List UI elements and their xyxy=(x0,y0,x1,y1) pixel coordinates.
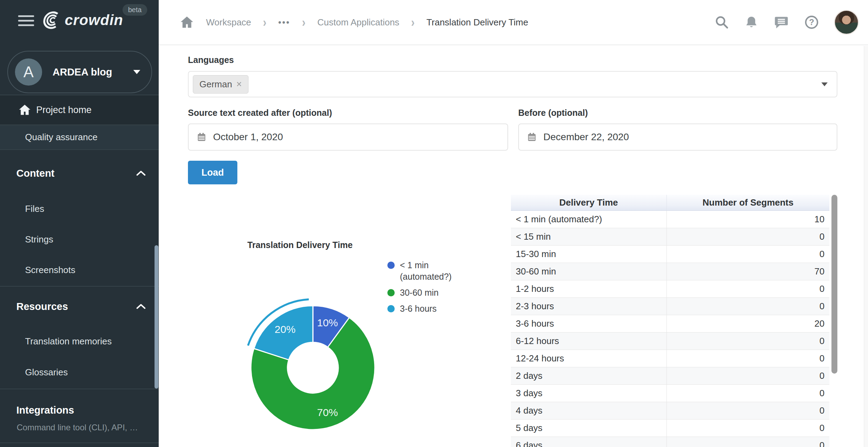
legend-item[interactable]: 30-60 min xyxy=(387,287,452,298)
date-after-label: Source text created after (optional) xyxy=(188,108,332,118)
cell-delivery-time: 1-2 hours xyxy=(511,280,666,297)
legend-item[interactable]: 3-6 hours xyxy=(387,303,452,314)
cell-number-of-segments: 0 xyxy=(666,297,829,315)
project-name: ARDEA blog xyxy=(53,66,133,78)
sidebar-section-content[interactable]: Content xyxy=(16,168,55,179)
cell-number-of-segments: 0 xyxy=(666,384,829,402)
segments-table: Delivery Time Number of Segments < 1 min… xyxy=(511,195,837,447)
search-icon[interactable] xyxy=(714,15,729,30)
cell-number-of-segments: 10 xyxy=(666,210,829,228)
cell-number-of-segments: 20 xyxy=(666,315,829,332)
user-avatar[interactable] xyxy=(834,10,859,35)
crowdin-logo-text: crowdin xyxy=(65,12,123,29)
languages-label: Languages xyxy=(188,55,234,65)
project-selector[interactable]: A ARDEA blog xyxy=(7,51,152,93)
table-row: 15-30 min0 xyxy=(511,245,829,263)
table-row: < 1 min (automated?)10 xyxy=(511,210,829,228)
sidebar-item-screenshots[interactable]: Screenshots xyxy=(25,265,76,276)
cell-delivery-time: 6-12 hours xyxy=(511,332,666,350)
legend-label: 30-60 min xyxy=(400,287,439,298)
load-button[interactable]: Load xyxy=(188,161,237,184)
sidebar-scrollbar-thumb[interactable] xyxy=(155,245,158,389)
home-icon xyxy=(18,103,31,117)
messages-chat-icon[interactable] xyxy=(773,15,789,30)
home-icon[interactable] xyxy=(180,15,194,30)
page-scrollbar-track[interactable] xyxy=(864,46,868,447)
sidebar-item-translation-memories[interactable]: Translation memories xyxy=(25,336,112,347)
table-row: 30-60 min70 xyxy=(511,263,829,280)
breadcrumb-custom-applications[interactable]: Custom Applications xyxy=(317,17,400,28)
crowdin-logo[interactable]: crowdin xyxy=(42,10,123,30)
languages-select[interactable]: German × xyxy=(188,71,837,97)
language-tag: German × xyxy=(193,75,248,94)
date-after-field[interactable] xyxy=(188,123,508,151)
table-header-row: Delivery Time Number of Segments xyxy=(511,195,829,210)
sidebar-section-resources[interactable]: Resources xyxy=(16,301,68,312)
cell-number-of-segments: 0 xyxy=(666,367,829,384)
date-after-input[interactable] xyxy=(213,131,507,143)
sidebar: crowdin beta A ARDEA blog Project home Q… xyxy=(0,0,159,447)
topbar: Workspace › ••• › Custom Applications › … xyxy=(159,0,868,45)
help-icon[interactable]: ? xyxy=(804,15,819,30)
crowdin-logo-icon xyxy=(42,10,62,30)
sidebar-item-project-home[interactable]: Project home xyxy=(0,95,159,125)
date-before-label: Before (optional) xyxy=(518,108,588,118)
cell-delivery-time: < 1 min (automated?) xyxy=(511,210,666,228)
chevron-right-icon: › xyxy=(411,15,415,30)
table-row: 1-2 hours0 xyxy=(511,280,829,297)
cell-delivery-time: 2 days xyxy=(511,367,666,384)
table-row: 2 days0 xyxy=(511,367,829,384)
sidebar-item-glossaries[interactable]: Glossaries xyxy=(25,367,68,378)
table-row: 5 days0 xyxy=(511,419,829,437)
hamburger-menu-button[interactable] xyxy=(18,15,34,27)
table-row: 4 days0 xyxy=(511,402,829,419)
cell-number-of-segments: 0 xyxy=(666,280,829,297)
divider xyxy=(0,149,159,150)
legend-swatch-icon xyxy=(387,262,395,269)
breadcrumb-workspace[interactable]: Workspace xyxy=(206,17,251,28)
pie-slice-percent-label: 70% xyxy=(317,407,338,418)
sidebar-item-strings[interactable]: Strings xyxy=(25,234,53,245)
pie-slice-percent-label: 10% xyxy=(317,317,338,328)
chart-title: Translation Delivery Time xyxy=(188,240,412,250)
main-content: Languages German × Source text created a… xyxy=(159,46,868,447)
cell-delivery-time: 3-6 hours xyxy=(511,315,666,332)
legend-item[interactable]: < 1 min(automated?) xyxy=(387,260,452,282)
cell-delivery-time: 5 days xyxy=(511,419,666,437)
cell-delivery-time: < 15 min xyxy=(511,228,666,245)
cell-delivery-time: 15-30 min xyxy=(511,245,666,263)
beta-badge: beta xyxy=(123,4,147,16)
breadcrumb-ellipsis-button[interactable]: ••• xyxy=(278,17,290,27)
cell-number-of-segments: 0 xyxy=(666,419,829,437)
legend-swatch-icon xyxy=(387,289,395,296)
sidebar-item-files[interactable]: Files xyxy=(25,203,44,214)
sidebar-item-quality-assurance[interactable]: Quality assurance xyxy=(0,125,159,149)
calendar-icon xyxy=(196,131,207,143)
cell-delivery-time: 4 days xyxy=(511,402,666,419)
date-before-input[interactable] xyxy=(543,131,837,143)
legend-label: 3-6 hours xyxy=(400,303,437,314)
delivery-pie-svg[interactable]: 10%70%20% xyxy=(238,293,388,442)
cell-delivery-time: 2-3 hours xyxy=(511,297,666,315)
cell-number-of-segments: 70 xyxy=(666,263,829,280)
remove-tag-icon[interactable]: × xyxy=(236,80,242,89)
chevron-down-icon xyxy=(821,82,828,86)
legend-label: < 1 min(automated?) xyxy=(400,260,452,282)
date-before-field[interactable] xyxy=(518,123,837,151)
divider xyxy=(0,286,159,287)
svg-text:?: ? xyxy=(809,17,814,27)
table-row: 12-24 hours0 xyxy=(511,350,829,367)
chevron-down-icon xyxy=(133,70,140,74)
table-row: 6 days0 xyxy=(511,437,829,447)
delivery-time-chart: Translation Delivery Time 10%70%20% < 1 … xyxy=(188,236,529,447)
col-header-number-of-segments: Number of Segments xyxy=(666,195,829,210)
sidebar-section-integrations[interactable]: Integrations xyxy=(16,405,74,416)
language-tag-label: German xyxy=(199,79,232,90)
chevron-up-icon[interactable] xyxy=(136,303,146,310)
chevron-right-icon: › xyxy=(263,15,267,30)
chevron-up-icon[interactable] xyxy=(136,170,146,177)
integrations-subtitle: Command line tool (CLI), API, … xyxy=(17,423,138,432)
table-scrollbar-thumb[interactable] xyxy=(831,195,837,374)
calendar-icon xyxy=(527,131,537,143)
notifications-bell-icon[interactable] xyxy=(744,15,759,30)
